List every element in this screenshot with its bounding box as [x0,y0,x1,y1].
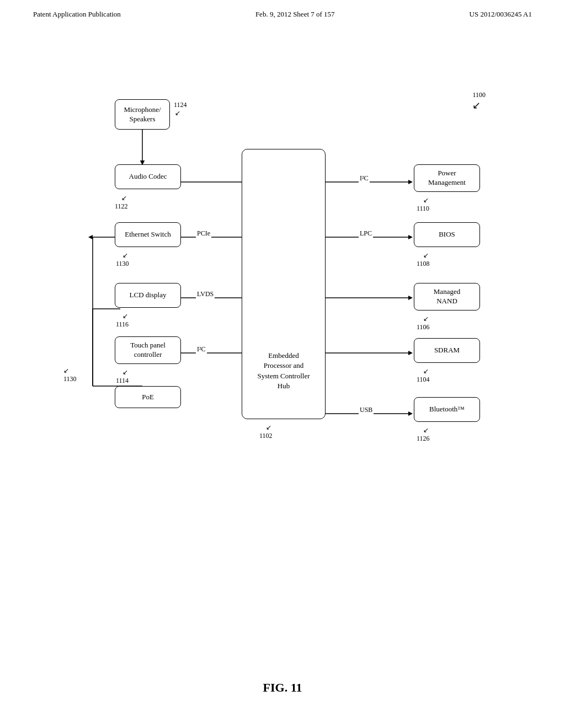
header-middle: Feb. 9, 2012 Sheet 7 of 157 [255,10,335,19]
ref-1126: ↙ 1126 [417,426,430,443]
header-right: US 2012/0036245 A1 [470,10,532,19]
ref-1130-main: ↙ 1130 [116,251,129,268]
box-power-mgmt: Power Management [414,164,480,192]
box-ethernet: Ethernet Switch [115,222,181,247]
ref-1108: ↙ 1108 [417,251,430,268]
header-left: Patent Application Publication [33,10,121,19]
figure-caption: FIG. 11 [0,681,565,695]
bus-i2c-bottom: I²C [196,345,207,354]
box-touch: Touch panel controller [115,336,181,364]
box-poe: PoE [115,386,181,408]
box-audio-codec: Audio Codec [115,164,181,189]
ref-1100: 1100 ↙ [472,91,486,111]
ref-1114: ↙ 1114 [116,368,129,385]
bus-pcie: PCIe [196,229,211,238]
ref-1102: ↙ 1102 [259,424,273,440]
box-managed-nand: Managed NAND [414,283,480,311]
diagram-area: 1100 ↙ Microphone/ Speakers 1124 ↙ Audio… [33,66,530,590]
ref-1130-left: ↙ 1130 [63,367,77,383]
svg-marker-28 [408,411,413,416]
ref-1110: ↙ 1110 [417,196,429,213]
svg-marker-5 [408,180,413,184]
box-bios: BIOS [414,222,480,247]
bus-i2c-top: I²C [359,174,370,183]
svg-marker-8 [408,235,413,239]
svg-marker-14 [88,235,93,239]
ref-1116: ↙ 1116 [116,312,129,329]
ref-1106: ↙ 1106 [417,315,430,331]
svg-marker-16 [408,296,413,300]
ref-1124: 1124 ↙ [174,101,187,117]
svg-marker-22 [408,351,413,355]
ref-1104: ↙ 1104 [417,367,430,384]
box-sdram: SDRAM [414,338,480,363]
page-header: Patent Application Publication Feb. 9, 2… [0,0,565,19]
box-embedded: EmbeddedProcessor andSystem ControllerHu… [242,149,326,419]
ref-1122: ↙ 1122 [115,194,128,211]
bus-lvds: LVDS [196,290,215,298]
bus-lpc: LPC [359,229,373,238]
bus-usb: USB [359,406,374,414]
box-microphone: Microphone/ Speakers [115,99,170,130]
box-bluetooth: Bluetooth™ [414,397,480,422]
box-lcd: LCD display [115,283,181,308]
